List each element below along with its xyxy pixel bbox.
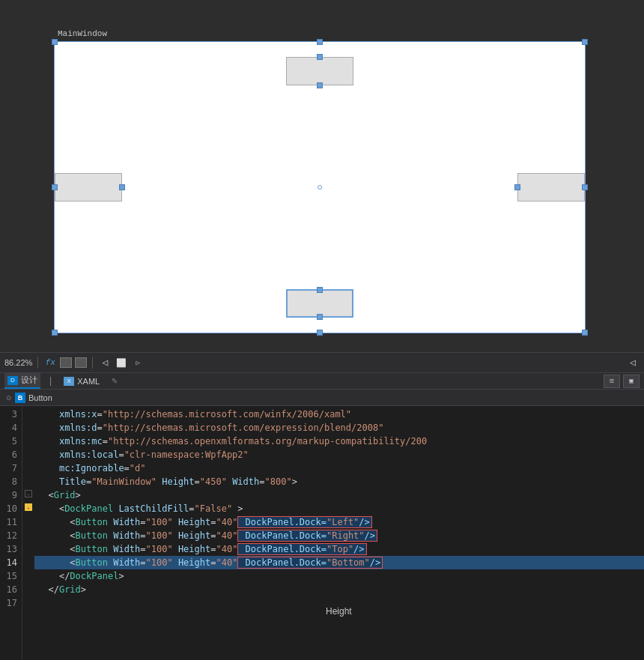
design-canvas-area: MainWindow <box>0 0 644 352</box>
tab-bar: D 设计 | X XAML ✎ ⊡ ▣ <box>0 373 644 390</box>
split-view-icon[interactable]: ⊡ <box>604 375 620 388</box>
ind-12 <box>22 527 34 541</box>
line-num-17: 17 <box>0 596 17 610</box>
btn-left-handle-left[interactable] <box>52 184 58 190</box>
line-num-11: 11 <box>0 515 17 529</box>
line-num-14: 14 <box>0 556 17 569</box>
ind-7 <box>22 460 34 473</box>
handle-top-right[interactable] <box>582 39 588 45</box>
main-window-frame: MainWindow <box>54 41 586 333</box>
code-line-9[interactable]: <Grid> <box>34 488 644 502</box>
btn-top-handle-top[interactable] <box>317 54 323 60</box>
breadcrumb-bar: ⊙ B Button <box>0 390 644 406</box>
xaml-tab-label: XAML <box>77 377 100 386</box>
line-num-7: 7 <box>0 461 17 475</box>
left-arrow-icon[interactable]: ◁ <box>98 356 112 369</box>
tab-design[interactable]: D 设计 <box>4 373 40 389</box>
handle-top-left[interactable] <box>52 39 58 45</box>
code-line-4[interactable]: xmlns:d="http://schemas.microsoft.com/ex… <box>34 421 644 435</box>
ind-3 <box>22 406 34 420</box>
ind-11 <box>22 514 34 527</box>
line-num-15: 15 <box>0 569 17 583</box>
button-bottom[interactable] <box>286 289 353 318</box>
line-num-13: 13 <box>0 542 17 556</box>
handle-bottom-left[interactable] <box>52 330 58 336</box>
btn-right-handle-left[interactable] <box>514 184 520 190</box>
button-right[interactable] <box>517 173 585 202</box>
collapse-indicators: - - <box>22 406 34 660</box>
code-line-3[interactable]: xmlns:x="http://schemas.microsoft.com/wi… <box>34 408 644 421</box>
ind-5 <box>22 433 34 446</box>
right-arrow-icon[interactable]: ▷ <box>131 356 145 369</box>
handle-top-center[interactable] <box>317 39 323 45</box>
btn-bottom-handle-top[interactable] <box>317 287 323 293</box>
collapse-grid[interactable]: - <box>25 490 32 497</box>
ind-10: - <box>22 500 34 514</box>
tab-xaml[interactable]: X XAML <box>61 375 103 387</box>
code-line-15[interactable]: </DockPanel> <box>34 569 644 583</box>
fx-button[interactable]: fx <box>43 356 57 369</box>
design-tab-label: 设计 <box>21 375 37 386</box>
code-line-5[interactable]: xmlns:mc="http://schemas.openxmlformats.… <box>34 435 644 448</box>
ind-16 <box>22 581 34 595</box>
ind-4 <box>22 420 34 433</box>
zoom-level: 86.22% <box>4 358 32 367</box>
button-top[interactable] <box>286 57 353 85</box>
code-line-17[interactable] <box>34 596 644 610</box>
code-line-7[interactable]: mc:Ignorable="d" <box>34 461 644 475</box>
canvas-wrapper: MainWindow <box>54 41 586 333</box>
ind-17 <box>22 595 34 608</box>
line-num-6: 6 <box>0 448 17 461</box>
code-line-12[interactable]: <Button Width="100" Height="40" DockPane… <box>34 529 644 542</box>
center-dot <box>318 185 322 190</box>
xaml-tab-icon: X <box>64 377 74 386</box>
line-num-5: 5 <box>0 435 17 448</box>
btn-bottom-handle-bottom[interactable] <box>317 314 323 320</box>
handle-bottom-right[interactable] <box>582 330 588 336</box>
code-line-6[interactable]: xmlns:local="clr-namespace:WpfApp2" <box>34 448 644 461</box>
code-line-14[interactable]: <Button Width="100" Height="40" DockPane… <box>34 556 644 569</box>
code-line-8[interactable]: Title="MainWindow" Height="450" Width="8… <box>34 475 644 488</box>
line-num-12: 12 <box>0 529 17 542</box>
line-num-3: 3 <box>0 408 17 421</box>
grid-icon-2[interactable] <box>75 357 87 368</box>
code-editor[interactable]: 3 4 5 6 7 8 9 10 11 12 13 14 15 16 17 - <box>0 406 644 660</box>
toolbar-sep-1 <box>37 357 38 369</box>
btn-top-handle-bottom[interactable] <box>317 82 323 88</box>
line-num-9: 9 <box>0 488 17 502</box>
breadcrumb-text: Button <box>28 393 52 402</box>
design-tab-icon: D <box>7 376 18 385</box>
toolbar-sep-2 <box>92 357 93 369</box>
handle-bottom-center[interactable] <box>317 330 323 336</box>
btn-left-handle-right[interactable] <box>119 184 125 190</box>
line-numbers: 3 4 5 6 7 8 9 10 11 12 13 14 15 16 17 <box>0 406 22 660</box>
button-left[interactable] <box>55 173 122 202</box>
single-view-icon[interactable]: ▣ <box>623 375 640 388</box>
line-num-4: 4 <box>0 421 17 435</box>
ind-14 <box>22 554 34 568</box>
collapse-dockpanel[interactable]: - <box>25 503 32 511</box>
ind-6 <box>22 446 34 460</box>
code-lines: xmlns:x="http://schemas.microsoft.com/wi… <box>34 406 644 660</box>
code-line-11[interactable]: <Button Width="100" Height="40" DockPane… <box>34 515 644 529</box>
snapshot-icon[interactable]: ⬜ <box>115 356 128 369</box>
code-line-16[interactable]: </Grid> <box>34 583 644 596</box>
ind-13 <box>22 541 34 554</box>
toolbar: 86.22% fx ◁ ⬜ ▷ ◁ <box>0 352 644 373</box>
code-line-13[interactable]: <Button Width="100" Height="40" DockPane… <box>34 542 644 556</box>
window-title: MainWindow <box>55 28 110 39</box>
ind-8 <box>22 473 34 487</box>
bottom-section: D 设计 | X XAML ✎ ⊡ ▣ ⊙ B Button 3 4 5 6 7… <box>0 373 644 660</box>
code-line-10[interactable]: <DockPanel LastChildFill="False" > <box>34 502 644 515</box>
line-num-8: 8 <box>0 475 17 488</box>
ind-15 <box>22 568 34 581</box>
collapse-icon[interactable]: ◁ <box>626 356 640 369</box>
line-num-10: 10 <box>0 502 17 515</box>
grid-icon-1[interactable] <box>60 357 72 368</box>
breadcrumb-icon: B <box>15 393 25 403</box>
line-num-16: 16 <box>0 583 17 596</box>
ind-9: - <box>22 487 34 500</box>
btn-right-handle-right[interactable] <box>582 184 588 190</box>
